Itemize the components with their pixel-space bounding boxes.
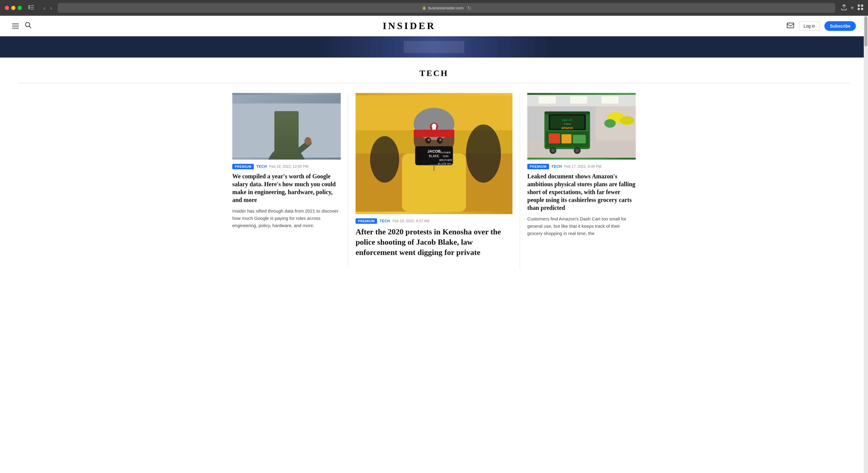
scrollbar-track[interactable] — [864, 16, 868, 473]
traffic-lights — [5, 6, 22, 10]
svg-rect-0 — [28, 5, 30, 9]
traffic-light-green[interactable] — [18, 6, 22, 10]
svg-line-9 — [29, 26, 31, 28]
svg-rect-1 — [30, 5, 34, 6]
svg-text:3 items: 3 items — [564, 123, 571, 125]
article-date-left: Feb 18, 2022, 12:00 PM — [269, 164, 308, 169]
svg-point-26 — [466, 124, 501, 183]
article-image-left[interactable] — [232, 93, 341, 160]
svg-text:SON: SON — [443, 155, 448, 158]
svg-point-34 — [428, 139, 430, 141]
hamburger-line — [12, 24, 19, 24]
svg-point-70 — [576, 149, 579, 152]
badge-tech-right[interactable]: TECH — [552, 164, 562, 169]
grid-button[interactable] — [858, 4, 863, 11]
page-wrapper: INSIDER Log in Subscribe TECH — [0, 16, 868, 473]
svg-point-57 — [604, 119, 616, 127]
article-meta-left: Premium TECH Feb 18, 2022, 12:00 PM — [232, 164, 341, 169]
article-title-right[interactable]: Leaked document shows Amazon's ambitious… — [527, 172, 636, 212]
svg-rect-64 — [549, 133, 560, 144]
svg-point-35 — [439, 139, 441, 141]
login-button[interactable]: Log in — [799, 22, 819, 31]
email-button[interactable] — [787, 22, 794, 30]
site-logo[interactable]: INSIDER — [382, 20, 435, 31]
share-button[interactable] — [841, 4, 847, 12]
svg-rect-6 — [858, 8, 860, 10]
svg-point-15 — [279, 155, 293, 160]
article-image-center[interactable]: JACOB BLAKE FATHER SON BROTHER BLACK MA.… — [355, 93, 513, 214]
article-card-left: Premium TECH Feb 18, 2022, 12:00 PM We c… — [225, 93, 348, 268]
section-title-wrap: TECH — [18, 58, 850, 83]
hamburger-menu-button[interactable] — [12, 24, 19, 28]
svg-rect-46 — [430, 164, 438, 165]
article-card-right: $24.67 3 items amazon — [520, 93, 643, 268]
svg-rect-71 — [545, 112, 590, 114]
svg-point-16 — [276, 129, 298, 153]
address-bar[interactable]: 🔒 businessinsider.com ↻ — [58, 3, 835, 13]
badge-tech-center[interactable]: TECH — [379, 219, 390, 223]
badge-premium-left[interactable]: Premium — [232, 164, 254, 169]
url-text: businessinsider.com — [428, 6, 464, 10]
svg-rect-52 — [601, 96, 619, 103]
traffic-light-yellow[interactable] — [11, 6, 16, 10]
svg-rect-5 — [861, 4, 863, 7]
article-title-left[interactable]: We compiled a year's worth of Google sal… — [232, 172, 341, 204]
svg-text:JACOB: JACOB — [427, 149, 441, 154]
back-button[interactable]: ‹ — [42, 4, 47, 12]
svg-point-25 — [370, 136, 399, 183]
svg-rect-50 — [539, 96, 556, 103]
article-excerpt-left: Insider has sifted through data from 202… — [232, 208, 341, 229]
svg-rect-19 — [287, 141, 292, 145]
svg-rect-65 — [561, 134, 571, 143]
hamburger-line — [12, 26, 19, 26]
svg-text:amazon: amazon — [561, 126, 573, 130]
subscribe-button[interactable]: Subscribe — [825, 21, 856, 31]
svg-text:BLACK MA...: BLACK MA... — [438, 162, 454, 165]
scrollbar-thumb[interactable] — [864, 17, 867, 46]
badge-premium-right[interactable]: Premium — [527, 164, 549, 169]
ad-banner — [0, 36, 868, 58]
traffic-light-red[interactable] — [5, 6, 9, 10]
header-right: Log in Subscribe — [787, 21, 856, 31]
svg-rect-2 — [30, 7, 34, 7]
badge-tech-left[interactable]: TECH — [256, 164, 267, 169]
svg-rect-13 — [232, 103, 341, 158]
article-date-center: Feb 19, 2022, 6:37 AM — [393, 219, 429, 223]
badge-premium-center[interactable]: Premium — [355, 218, 377, 224]
svg-text:BROTHER: BROTHER — [439, 159, 452, 162]
svg-rect-45 — [432, 128, 436, 130]
svg-rect-7 — [861, 8, 863, 10]
article-title-center[interactable]: After the 2020 protests in Kenosha over … — [355, 227, 513, 257]
svg-rect-66 — [573, 135, 586, 143]
sidebar-toggle-button[interactable] — [27, 4, 36, 12]
lock-icon: 🔒 — [422, 6, 427, 10]
article-meta-center: Premium TECH Feb 19, 2022, 6:37 AM — [355, 218, 513, 224]
article-excerpt-right: Customers find Amazon's Dash Cart too sm… — [527, 215, 636, 237]
svg-rect-10 — [787, 23, 794, 28]
svg-point-68 — [551, 149, 555, 152]
svg-rect-51 — [570, 96, 587, 103]
article-image-right[interactable]: $24.67 3 items amazon — [527, 93, 636, 160]
header-left — [12, 22, 31, 30]
browser-chrome: ‹ › 🔒 businessinsider.com ↻ + — [0, 0, 868, 16]
svg-text:$24.67: $24.67 — [562, 118, 572, 122]
new-tab-button[interactable]: + — [850, 4, 854, 11]
svg-point-56 — [620, 116, 634, 125]
svg-point-17 — [276, 127, 298, 138]
svg-text:FATHER: FATHER — [441, 151, 451, 154]
forward-button[interactable]: › — [49, 4, 54, 12]
section-title: TECH — [18, 68, 850, 78]
article-date-right: Feb 17, 2022, 8:49 PM — [564, 164, 601, 169]
articles-grid: Premium TECH Feb 18, 2022, 12:00 PM We c… — [207, 83, 661, 268]
svg-text:BLAKE: BLAKE — [429, 154, 439, 158]
svg-rect-3 — [30, 9, 34, 9]
search-button[interactable] — [25, 22, 31, 30]
ad-banner-inner — [319, 36, 549, 58]
browser-actions: + — [841, 4, 863, 12]
article-meta-right: Premium TECH Feb 17, 2022, 8:49 PM — [527, 164, 636, 169]
refresh-button[interactable]: ↻ — [467, 5, 471, 11]
article-card-center: JACOB BLAKE FATHER SON BROTHER BLACK MA.… — [348, 93, 520, 268]
browser-nav: ‹ › — [42, 4, 54, 12]
hamburger-line — [12, 28, 19, 28]
svg-rect-4 — [858, 4, 860, 7]
